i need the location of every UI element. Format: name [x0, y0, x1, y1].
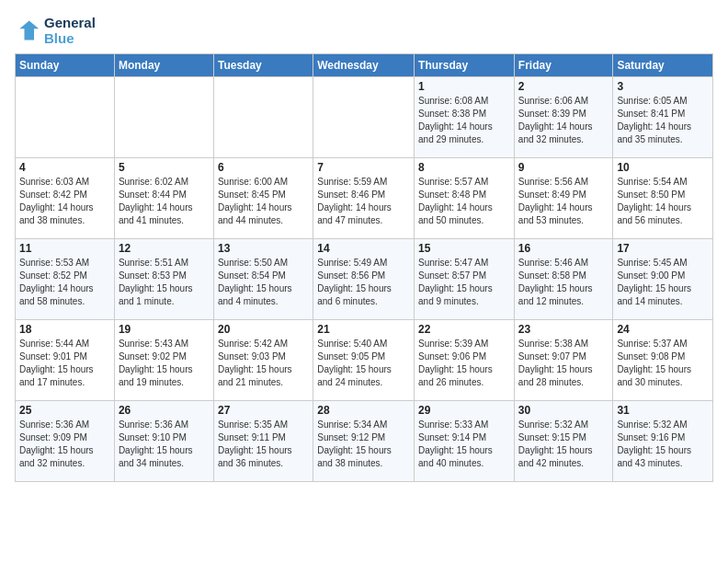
day-number: 22 — [418, 323, 510, 336]
calendar-cell: 13Sunrise: 5:50 AM Sunset: 8:54 PM Dayli… — [213, 239, 313, 320]
day-header-thursday: Thursday — [415, 54, 515, 77]
logo-text: General Blue — [44, 15, 96, 46]
day-number: 18 — [19, 323, 110, 336]
calendar-cell: 7Sunrise: 5:59 AM Sunset: 8:46 PM Daylig… — [313, 158, 415, 239]
calendar-cell: 10Sunrise: 5:54 AM Sunset: 8:50 PM Dayli… — [613, 158, 713, 239]
cell-info: Sunrise: 5:38 AM Sunset: 9:07 PM Dayligh… — [518, 338, 609, 389]
cell-info: Sunrise: 5:42 AM Sunset: 9:03 PM Dayligh… — [218, 338, 309, 389]
cell-info: Sunrise: 5:54 AM Sunset: 8:50 PM Dayligh… — [617, 176, 709, 227]
calendar-cell: 24Sunrise: 5:37 AM Sunset: 9:08 PM Dayli… — [613, 320, 713, 401]
calendar-cell: 1Sunrise: 6:08 AM Sunset: 8:38 PM Daylig… — [415, 77, 515, 158]
day-number: 7 — [317, 161, 410, 174]
day-number: 12 — [119, 242, 210, 255]
cell-info: Sunrise: 5:46 AM Sunset: 8:58 PM Dayligh… — [518, 257, 609, 308]
day-number: 20 — [218, 323, 309, 336]
cell-info: Sunrise: 5:45 AM Sunset: 9:00 PM Dayligh… — [617, 257, 709, 308]
cell-info: Sunrise: 5:59 AM Sunset: 8:46 PM Dayligh… — [317, 176, 410, 227]
day-number: 26 — [119, 404, 210, 417]
day-number: 25 — [19, 404, 110, 417]
day-number: 17 — [617, 242, 709, 255]
cell-info: Sunrise: 6:06 AM Sunset: 8:39 PM Dayligh… — [518, 95, 609, 146]
calendar-cell: 26Sunrise: 5:36 AM Sunset: 9:10 PM Dayli… — [114, 401, 213, 482]
calendar-cell: 3Sunrise: 6:05 AM Sunset: 8:41 PM Daylig… — [613, 77, 713, 158]
day-header-saturday: Saturday — [613, 54, 713, 77]
cell-info: Sunrise: 5:37 AM Sunset: 9:08 PM Dayligh… — [617, 338, 709, 389]
day-number: 29 — [418, 404, 510, 417]
calendar-week-row: 25Sunrise: 5:36 AM Sunset: 9:09 PM Dayli… — [16, 401, 713, 482]
day-number: 23 — [518, 323, 609, 336]
calendar-cell: 30Sunrise: 5:32 AM Sunset: 9:15 PM Dayli… — [514, 401, 613, 482]
cell-info: Sunrise: 5:34 AM Sunset: 9:12 PM Dayligh… — [317, 419, 410, 470]
cell-info: Sunrise: 5:51 AM Sunset: 8:53 PM Dayligh… — [119, 257, 210, 308]
calendar-cell: 19Sunrise: 5:43 AM Sunset: 9:02 PM Dayli… — [114, 320, 213, 401]
day-number: 30 — [518, 404, 609, 417]
cell-info: Sunrise: 5:44 AM Sunset: 9:01 PM Dayligh… — [19, 338, 110, 389]
logo-icon — [15, 17, 40, 43]
day-number: 4 — [19, 161, 110, 174]
calendar-cell: 27Sunrise: 5:35 AM Sunset: 9:11 PM Dayli… — [213, 401, 313, 482]
calendar-cell: 31Sunrise: 5:32 AM Sunset: 9:16 PM Dayli… — [613, 401, 713, 482]
day-number: 13 — [218, 242, 309, 255]
calendar-cell: 11Sunrise: 5:53 AM Sunset: 8:52 PM Dayli… — [16, 239, 115, 320]
day-number: 6 — [218, 161, 309, 174]
calendar-header-row: SundayMondayTuesdayWednesdayThursdayFrid… — [16, 54, 713, 77]
calendar-cell: 17Sunrise: 5:45 AM Sunset: 9:00 PM Dayli… — [613, 239, 713, 320]
day-number: 27 — [218, 404, 309, 417]
calendar-cell: 18Sunrise: 5:44 AM Sunset: 9:01 PM Dayli… — [16, 320, 115, 401]
calendar-cell: 14Sunrise: 5:49 AM Sunset: 8:56 PM Dayli… — [313, 239, 415, 320]
day-header-friday: Friday — [514, 54, 613, 77]
day-number: 9 — [518, 161, 609, 174]
cell-info: Sunrise: 5:33 AM Sunset: 9:14 PM Dayligh… — [418, 419, 510, 470]
day-number: 10 — [617, 161, 709, 174]
calendar-cell: 6Sunrise: 6:00 AM Sunset: 8:45 PM Daylig… — [213, 158, 313, 239]
calendar-cell — [213, 77, 313, 158]
calendar-cell: 20Sunrise: 5:42 AM Sunset: 9:03 PM Dayli… — [213, 320, 313, 401]
cell-info: Sunrise: 6:05 AM Sunset: 8:41 PM Dayligh… — [617, 95, 709, 146]
calendar-cell: 22Sunrise: 5:39 AM Sunset: 9:06 PM Dayli… — [415, 320, 515, 401]
calendar-cell: 15Sunrise: 5:47 AM Sunset: 8:57 PM Dayli… — [415, 239, 515, 320]
calendar-cell: 8Sunrise: 5:57 AM Sunset: 8:48 PM Daylig… — [415, 158, 515, 239]
cell-info: Sunrise: 5:32 AM Sunset: 9:15 PM Dayligh… — [518, 419, 609, 470]
calendar-cell: 28Sunrise: 5:34 AM Sunset: 9:12 PM Dayli… — [313, 401, 415, 482]
calendar-cell: 12Sunrise: 5:51 AM Sunset: 8:53 PM Dayli… — [114, 239, 213, 320]
cell-info: Sunrise: 5:43 AM Sunset: 9:02 PM Dayligh… — [119, 338, 210, 389]
cell-info: Sunrise: 5:47 AM Sunset: 8:57 PM Dayligh… — [418, 257, 510, 308]
day-number: 31 — [617, 404, 709, 417]
cell-info: Sunrise: 5:50 AM Sunset: 8:54 PM Dayligh… — [218, 257, 309, 308]
cell-info: Sunrise: 6:02 AM Sunset: 8:44 PM Dayligh… — [119, 176, 210, 227]
calendar-cell: 4Sunrise: 6:03 AM Sunset: 8:42 PM Daylig… — [16, 158, 115, 239]
day-number: 8 — [418, 161, 510, 174]
day-number: 21 — [317, 323, 410, 336]
calendar-cell: 16Sunrise: 5:46 AM Sunset: 8:58 PM Dayli… — [514, 239, 613, 320]
day-number: 1 — [418, 80, 510, 93]
day-header-wednesday: Wednesday — [313, 54, 415, 77]
day-number: 15 — [418, 242, 510, 255]
calendar-cell — [313, 77, 415, 158]
day-header-tuesday: Tuesday — [213, 54, 313, 77]
day-number: 14 — [317, 242, 410, 255]
cell-info: Sunrise: 5:56 AM Sunset: 8:49 PM Dayligh… — [518, 176, 609, 227]
cell-info: Sunrise: 5:53 AM Sunset: 8:52 PM Dayligh… — [19, 257, 110, 308]
calendar-cell: 21Sunrise: 5:40 AM Sunset: 9:05 PM Dayli… — [313, 320, 415, 401]
day-number: 19 — [119, 323, 210, 336]
day-header-monday: Monday — [114, 54, 213, 77]
cell-info: Sunrise: 5:36 AM Sunset: 9:10 PM Dayligh… — [119, 419, 210, 470]
cell-info: Sunrise: 5:40 AM Sunset: 9:05 PM Dayligh… — [317, 338, 410, 389]
cell-info: Sunrise: 6:00 AM Sunset: 8:45 PM Dayligh… — [218, 176, 309, 227]
day-number: 3 — [617, 80, 709, 93]
calendar-cell: 29Sunrise: 5:33 AM Sunset: 9:14 PM Dayli… — [415, 401, 515, 482]
calendar-cell: 25Sunrise: 5:36 AM Sunset: 9:09 PM Dayli… — [16, 401, 115, 482]
calendar-cell — [16, 77, 115, 158]
cell-info: Sunrise: 5:49 AM Sunset: 8:56 PM Dayligh… — [317, 257, 410, 308]
cell-info: Sunrise: 5:39 AM Sunset: 9:06 PM Dayligh… — [418, 338, 510, 389]
day-number: 2 — [518, 80, 609, 93]
calendar-cell — [114, 77, 213, 158]
calendar-week-row: 4Sunrise: 6:03 AM Sunset: 8:42 PM Daylig… — [16, 158, 713, 239]
calendar-table: SundayMondayTuesdayWednesdayThursdayFrid… — [15, 53, 713, 482]
calendar-week-row: 18Sunrise: 5:44 AM Sunset: 9:01 PM Dayli… — [16, 320, 713, 401]
calendar-cell: 23Sunrise: 5:38 AM Sunset: 9:07 PM Dayli… — [514, 320, 613, 401]
page-header: General Blue — [15, 15, 713, 46]
day-header-sunday: Sunday — [16, 54, 115, 77]
cell-info: Sunrise: 6:03 AM Sunset: 8:42 PM Dayligh… — [19, 176, 110, 227]
calendar-cell: 5Sunrise: 6:02 AM Sunset: 8:44 PM Daylig… — [114, 158, 213, 239]
